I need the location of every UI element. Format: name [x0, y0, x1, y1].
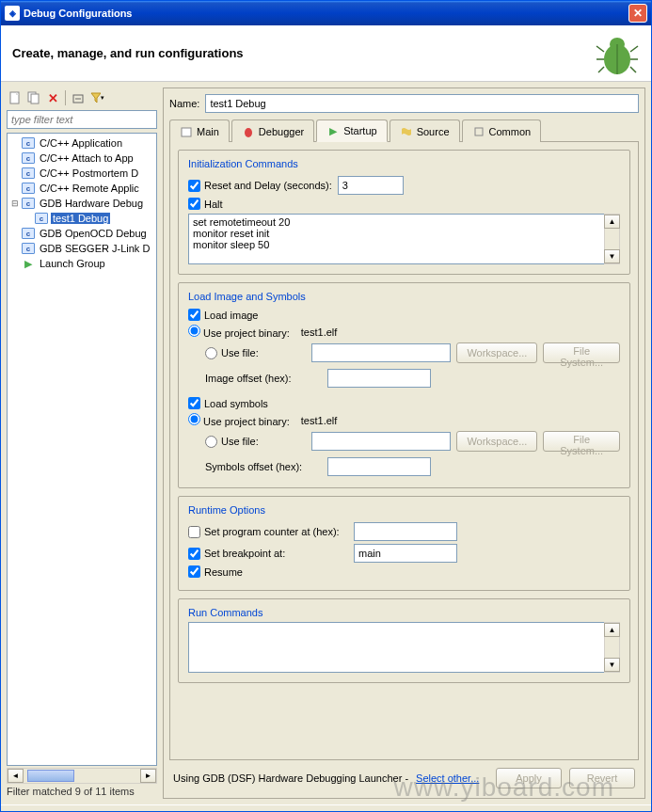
symbols-use-project-radio[interactable] — [188, 413, 200, 425]
config-tabs: MainDebugger▶StartupSourceCommon — [169, 119, 639, 142]
reset-delay-input[interactable] — [338, 176, 404, 195]
init-commands-textarea[interactable] — [188, 214, 604, 264]
source-tab-icon — [400, 125, 413, 138]
filter-button[interactable]: ▾ — [88, 89, 105, 106]
config-tree[interactable]: cC/C++ ApplicationcC/C++ Attach to AppcC… — [7, 133, 157, 766]
load-image-checkbox[interactable] — [188, 309, 200, 321]
tree-node-label: C/C++ Remote Applic — [38, 183, 141, 194]
c-config-icon: c — [21, 136, 36, 150]
left-panel: ✕ ▾ cC/C++ ApplicationcC/C++ Attach to A… — [7, 88, 157, 799]
apply-button: Apply — [496, 768, 562, 788]
load-image-checkbox-label[interactable]: Load image — [188, 309, 259, 321]
duplicate-config-button[interactable] — [25, 89, 42, 106]
scroll-up-button[interactable]: ▲ — [604, 215, 620, 229]
tab-source[interactable]: Source — [390, 119, 460, 142]
app-icon: ◈ — [5, 6, 20, 21]
symbols-offset-input[interactable] — [327, 457, 431, 476]
tree-scrollbar-h[interactable]: ◄ ► — [7, 768, 157, 784]
run-commands-textarea[interactable] — [188, 622, 604, 673]
init-commands-group: Initialization Commands Reset and Delay … — [178, 150, 630, 275]
dialog-header: Create, manage, and run configurations — [1, 25, 651, 82]
tree-node[interactable]: ⊟cGDB Hardware Debug — [9, 196, 154, 211]
new-config-button[interactable] — [7, 89, 24, 106]
set-pc-checkbox-label[interactable]: Set program counter at (hex): — [188, 526, 348, 538]
c-config-icon: c — [21, 227, 36, 240]
revert-button: Revert — [569, 768, 635, 788]
collapse-all-button[interactable] — [70, 89, 87, 106]
svg-rect-14 — [182, 128, 191, 136]
tree-node[interactable]: cGDB SEGGER J-Link D — [9, 241, 154, 256]
config-toolbar: ✕ ▾ — [7, 88, 157, 110]
symbols-use-file-radio-label[interactable]: Use file: — [205, 436, 306, 448]
tab-common[interactable]: Common — [462, 119, 542, 142]
launcher-text: Using GDB (DSF) Hardware Debugging Launc… — [173, 772, 408, 784]
delete-config-button[interactable]: ✕ — [44, 89, 61, 106]
tab-startup[interactable]: ▶Startup — [316, 119, 387, 142]
tree-node-label: test1 Debug — [51, 213, 110, 224]
select-other-link[interactable]: Select other... — [416, 772, 479, 784]
run-textarea-scrollbar[interactable]: ▲ ▼ — [604, 622, 620, 673]
image-offset-input[interactable] — [327, 369, 431, 388]
set-bp-checkbox[interactable] — [188, 548, 200, 560]
init-legend: Initialization Commands — [184, 158, 302, 169]
run-commands-group: Run Commands ▲ ▼ — [178, 598, 630, 683]
tree-node[interactable]: cC/C++ Application — [9, 135, 154, 151]
scroll-down-button[interactable]: ▼ — [604, 249, 620, 263]
tree-node[interactable]: cC/C++ Postmortem D — [9, 166, 154, 181]
image-project-binary-value: test1.elf — [301, 326, 338, 338]
tab-main[interactable]: Main — [169, 119, 230, 142]
svg-line-3 — [596, 46, 604, 52]
init-textarea-scrollbar[interactable]: ▲ ▼ — [604, 214, 620, 264]
image-use-file-radio-label[interactable]: Use file: — [205, 347, 306, 359]
tree-node[interactable]: cC/C++ Attach to App — [9, 151, 154, 166]
tree-node-label: GDB Hardware Debug — [38, 198, 145, 209]
halt-checkbox[interactable] — [188, 198, 200, 210]
runtime-options-group: Runtime Options Set program counter at (… — [178, 496, 630, 591]
tree-node-label: Launch Group — [38, 258, 107, 269]
tree-node[interactable]: ▶Launch Group — [9, 256, 154, 271]
tab-label: Main — [197, 126, 219, 137]
svg-rect-16 — [475, 128, 483, 135]
resume-checkbox-label[interactable]: Resume — [188, 565, 243, 578]
symbols-filesystem-button: File System... — [543, 431, 620, 452]
reset-delay-checkbox[interactable] — [188, 180, 200, 192]
filter-input[interactable] — [7, 110, 157, 129]
reset-delay-checkbox-label[interactable]: Reset and Delay (seconds): — [188, 180, 332, 192]
tree-node[interactable]: ctest1 Debug — [9, 211, 154, 226]
scroll-left-button[interactable]: ◄ — [8, 769, 24, 783]
titlebar: ◈ Debug Configurations ✕ — [1, 1, 651, 25]
tab-label: Startup — [343, 125, 376, 136]
image-workspace-button: Workspace... — [456, 342, 537, 363]
symbols-use-project-radio-label[interactable]: Use project binary: — [188, 413, 290, 427]
tab-debugger[interactable]: Debugger — [231, 119, 314, 142]
scroll-up-button[interactable]: ▲ — [604, 623, 620, 637]
window-title: Debug Configurations — [24, 8, 133, 19]
symbols-use-file-radio[interactable] — [205, 436, 217, 448]
set-pc-checkbox[interactable] — [188, 526, 200, 538]
svg-point-15 — [245, 128, 252, 137]
runtime-legend: Runtime Options — [184, 504, 269, 516]
set-bp-input[interactable] — [354, 544, 457, 563]
startup-tab-icon: ▶ — [326, 124, 340, 137]
config-name-input[interactable] — [205, 94, 639, 113]
load-legend: Load Image and Symbols — [184, 291, 310, 302]
close-window-button[interactable]: ✕ — [628, 4, 647, 23]
scroll-down-button[interactable]: ▼ — [604, 658, 620, 672]
resume-checkbox[interactable] — [188, 565, 200, 578]
tree-node-label: C/C++ Application — [38, 137, 124, 149]
halt-checkbox-label[interactable]: Halt — [188, 198, 223, 210]
name-label: Name: — [169, 98, 199, 109]
tree-node[interactable]: cC/C++ Remote Applic — [9, 181, 154, 196]
load-symbols-checkbox-label[interactable]: Load symbols — [188, 397, 268, 409]
image-use-file-radio[interactable] — [205, 347, 217, 359]
scroll-right-button[interactable]: ► — [140, 769, 156, 783]
load-symbols-checkbox[interactable] — [188, 397, 200, 409]
debugger-tab-icon — [242, 125, 255, 138]
set-bp-checkbox-label[interactable]: Set breakpoint at: — [188, 548, 348, 560]
symbols-offset-label: Symbols offset (hex): — [205, 461, 318, 472]
image-use-project-radio[interactable] — [188, 325, 200, 337]
tree-node[interactable]: cGDB OpenOCD Debug — [9, 226, 154, 241]
image-use-project-radio-label[interactable]: Use project binary: — [188, 325, 290, 339]
config-editor: Name: MainDebugger▶StartupSourceCommon I… — [163, 88, 645, 799]
dialog-button-bar: ? Debug Close — [1, 804, 651, 812]
